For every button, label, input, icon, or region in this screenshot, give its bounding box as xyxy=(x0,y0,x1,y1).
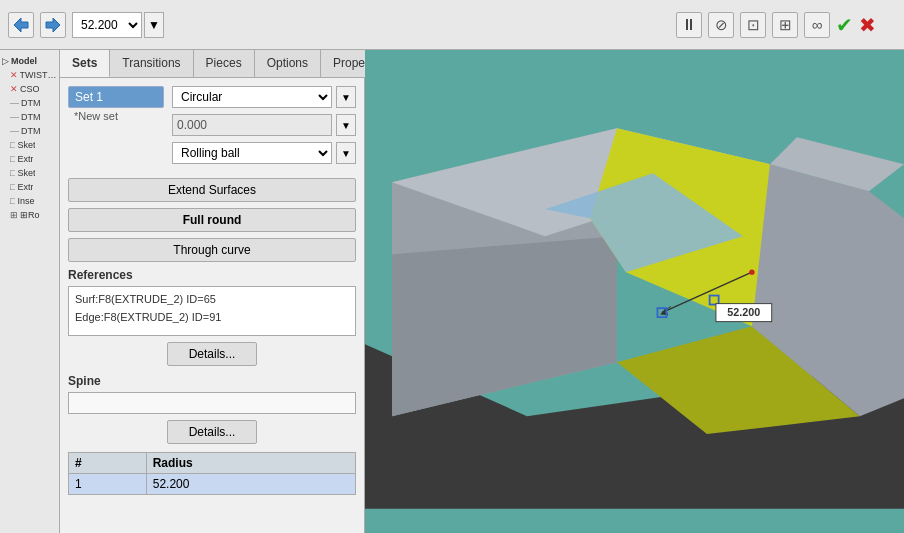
spine-label: Spine xyxy=(68,374,356,388)
model-tree-panel: ▷ Model ✕ TWIST_R ✕ CSO — DTM — DTM — DT… xyxy=(0,50,60,533)
full-round-button[interactable]: Full round xyxy=(68,208,356,232)
full-round-row: Full round xyxy=(68,208,356,232)
toolbar-icon-right[interactable] xyxy=(40,12,66,38)
confirm-check-icon[interactable]: ✔ xyxy=(836,13,853,37)
radius-row: ▼ xyxy=(172,114,356,136)
svg-point-15 xyxy=(749,269,754,274)
box-icon[interactable]: ⊞ xyxy=(772,12,798,38)
references-box: Surf:F8(EXTRUDE_2) ID=65 Edge:F8(EXTRUDE… xyxy=(68,286,356,336)
radius-dropdown[interactable]: ▼ xyxy=(336,114,356,136)
circle-slash-icon[interactable]: ⊘ xyxy=(708,12,734,38)
references-label: References xyxy=(68,268,356,282)
left-panel: Sets Transitions Pieces Options Properti… xyxy=(60,50,365,533)
tree-item-1[interactable]: ✕ CSO xyxy=(2,82,57,96)
panel-content: Set 1 *New set Circular ▼ ▼ xyxy=(60,78,364,533)
tab-bar: Sets Transitions Pieces Options Properti… xyxy=(60,50,364,78)
fillet-controls: Circular ▼ ▼ Rolling ball ▼ xyxy=(172,86,356,170)
circular-row: Circular ▼ xyxy=(172,86,356,108)
tree-item-7[interactable]: □ Sket xyxy=(2,166,57,180)
details1-row: Details... xyxy=(68,342,356,366)
details2-row: Details... xyxy=(68,420,356,444)
tree-item-6[interactable]: □ Extr xyxy=(2,152,57,166)
tree-item-10[interactable]: ⊞ ⊞Ro xyxy=(2,208,57,222)
tree-item-5[interactable]: □ Sket xyxy=(2,138,57,152)
dimension-select[interactable]: 52.200 xyxy=(72,12,142,38)
tree-item-8[interactable]: □ Extr xyxy=(2,180,57,194)
table-header-num: # xyxy=(69,453,147,474)
main-layout: ▷ Model ✕ TWIST_R ✕ CSO — DTM — DTM — DT… xyxy=(0,50,904,533)
tab-options[interactable]: Options xyxy=(255,50,321,77)
tree-item-4[interactable]: — DTM xyxy=(2,124,57,138)
table-header-radius: Radius xyxy=(146,453,355,474)
extend-surfaces-button[interactable]: Extend Surfaces xyxy=(68,178,356,202)
toolbar-icon-left[interactable] xyxy=(8,12,34,38)
tree-item-2[interactable]: — DTM xyxy=(2,96,57,110)
through-curve-row: Through curve xyxy=(68,238,356,262)
fillet-type-select[interactable]: Circular xyxy=(172,86,332,108)
details1-button[interactable]: Details... xyxy=(167,342,257,366)
svg-marker-1 xyxy=(46,18,60,32)
tree-item-9[interactable]: □ Inse xyxy=(2,194,57,208)
top-toolbar: 52.200 ▼ ⏸ ⊘ ⊡ ⊞ ∞ ✔ ✖ xyxy=(0,0,904,50)
3d-viewport[interactable]: 52.200 xyxy=(365,50,904,533)
rolling-ball-dropdown[interactable]: ▼ xyxy=(336,142,356,164)
new-set-label: *New set xyxy=(68,108,164,124)
through-curve-button[interactable]: Through curve xyxy=(68,238,356,262)
tree-item-model[interactable]: ▷ Model xyxy=(2,54,57,68)
tab-pieces[interactable]: Pieces xyxy=(194,50,255,77)
radius-input[interactable] xyxy=(172,114,332,136)
dimension-dropdown-btn[interactable]: ▼ xyxy=(144,12,164,38)
viewport-svg: 52.200 xyxy=(365,50,904,533)
cancel-x-icon[interactable]: ✖ xyxy=(859,13,876,37)
rolling-ball-select[interactable]: Rolling ball xyxy=(172,142,332,164)
set-item-1[interactable]: Set 1 xyxy=(68,86,164,108)
infinity-icon[interactable]: ∞ xyxy=(804,12,830,38)
tree-item-3[interactable]: — DTM xyxy=(2,110,57,124)
pause-icon[interactable]: ⏸ xyxy=(676,12,702,38)
spine-input[interactable] xyxy=(68,392,356,414)
fillet-type-dropdown[interactable]: ▼ xyxy=(336,86,356,108)
radius-table: # Radius 1 52.200 xyxy=(68,452,356,495)
tab-transitions[interactable]: Transitions xyxy=(110,50,193,77)
toolbar-action-icons: ⏸ ⊘ ⊡ ⊞ ∞ ✔ ✖ xyxy=(676,12,876,38)
svg-text:52.200: 52.200 xyxy=(727,306,760,318)
tree-item-0[interactable]: ✕ TWIST_R xyxy=(2,68,57,82)
grid-icon[interactable]: ⊡ xyxy=(740,12,766,38)
action-buttons-row: Extend Surfaces xyxy=(68,178,356,202)
tab-sets[interactable]: Sets xyxy=(60,50,110,77)
dimension-input-group: 52.200 ▼ xyxy=(72,12,164,38)
table-cell-num: 1 xyxy=(69,474,147,495)
ref-item-1: Surf:F8(EXTRUDE_2) ID=65 xyxy=(75,291,349,309)
table-cell-radius: 52.200 xyxy=(146,474,355,495)
details2-button[interactable]: Details... xyxy=(167,420,257,444)
set-list: Set 1 *New set xyxy=(68,86,164,170)
ref-item-2: Edge:F8(EXTRUDE_2) ID=91 xyxy=(75,309,349,327)
rolling-ball-row: Rolling ball ▼ xyxy=(172,142,356,164)
table-row[interactable]: 1 52.200 xyxy=(69,474,356,495)
svg-marker-0 xyxy=(14,18,28,32)
